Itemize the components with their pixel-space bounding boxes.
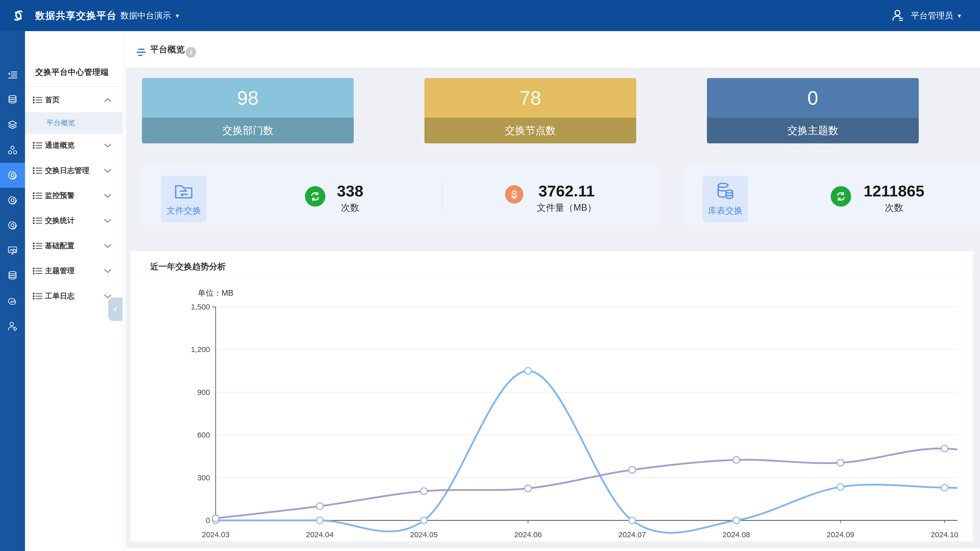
workspace-label: 数据中台演示 — [121, 11, 171, 20]
list-bullet-icon — [33, 267, 43, 275]
sidebar-panel: 交换平台中心管理端 首页 平台概览 通道概览 交换日志管理 监控预警 — [25, 31, 123, 551]
sidebar-scroll-strip[interactable] — [123, 31, 126, 551]
svg-text:单位：MB: 单位：MB — [198, 289, 234, 297]
stat-card-nodes: 78 交换节点数 — [425, 78, 636, 143]
monitor-gear-icon[interactable] — [0, 238, 25, 263]
stat-value: 78 — [425, 78, 636, 118]
file-exchange-tile[interactable]: 文件交换 — [161, 176, 207, 222]
tile-label: 库表交换 — [703, 205, 748, 217]
stat-value: 0 — [707, 78, 919, 118]
sidebar-item-label: 通道概览 — [45, 140, 75, 151]
chevron-up-icon — [104, 98, 111, 102]
sidebar-item-workorder-log[interactable]: 工单日志 — [25, 284, 123, 308]
sidebar-item-label: 交换统计 — [45, 216, 75, 226]
svg-text:0: 0 — [206, 516, 210, 524]
sidebar-item-label: 基础配置 — [45, 241, 75, 251]
tile-label: 文件交换 — [161, 205, 207, 217]
sidebar-item-base-config[interactable]: 基础配置 — [25, 233, 123, 258]
stat-label: 交换部门数 — [142, 118, 354, 143]
sidebar-item-label: 首页 — [45, 95, 60, 105]
sidebar-item-monitor-warning[interactable]: 监控预警 — [25, 183, 123, 208]
stat-card-topics: 0 交换主题数 — [707, 78, 919, 143]
icon-rail: API — [0, 31, 25, 551]
sidebar-collapse-handle[interactable]: ‹ — [108, 297, 123, 321]
user-name: 平台管理员 — [911, 11, 953, 20]
page-title: 平台概览 — [150, 31, 185, 68]
sidebar-item-label: 工单日志 — [45, 291, 75, 301]
list-bullet-icon — [33, 192, 43, 200]
layers-icon[interactable] — [0, 112, 25, 137]
divider — [442, 181, 442, 210]
exchange-swirl-icon[interactable] — [0, 163, 25, 188]
table-exchange-panel: 库表交换 1211865 次数 — [684, 165, 980, 225]
svg-text:900: 900 — [197, 388, 210, 396]
metric-value: 1211865 — [864, 182, 924, 200]
info-icon[interactable]: i — [186, 47, 196, 58]
database-icon[interactable] — [0, 87, 25, 112]
metric-label: 次数 — [864, 202, 924, 214]
file-exchange-panel: 文件交换 338 次数 3762.11 文件量（MB） — [140, 165, 660, 225]
user-gear-icon[interactable] — [0, 314, 25, 339]
content-header — [126, 31, 980, 68]
svg-text:API: API — [10, 300, 15, 303]
metric-volume: 3762.11 文件量（MB） — [537, 182, 597, 214]
metric-value: 338 — [337, 182, 363, 200]
trend-line-chart: 03006009001,2001,500单位：MB2024.032024.042… — [130, 251, 973, 541]
workspace-dropdown[interactable]: 数据中台演示▼ — [121, 0, 180, 31]
metric-label: 文件量（MB） — [537, 202, 597, 214]
list-bullet-icon — [33, 167, 43, 175]
svg-text:600: 600 — [197, 430, 210, 439]
sidebar-item-label: 主题管理 — [45, 266, 75, 276]
stat-value: 98 — [142, 78, 354, 118]
chevron-down-icon — [104, 219, 111, 223]
sidebar-subitem-platform-overview[interactable]: 平台概览 — [25, 112, 123, 134]
svg-text:2024.07: 2024.07 — [618, 530, 646, 539]
trend-chart-card: 近一年交换趋势分析 03006009001,2001,500单位：MB2024.… — [130, 251, 973, 541]
user-icon — [891, 9, 904, 22]
sidebar-item-label: 交换日志管理 — [45, 165, 89, 176]
divider — [25, 86, 123, 87]
exchange-swirl-icon[interactable] — [0, 188, 25, 213]
sidebar-subitem-label: 平台概览 — [46, 118, 75, 128]
top-header: 数据共享交换平台 数据中台演示▼ 平台管理员▼ — [0, 0, 980, 31]
exchange-refresh-icon — [305, 186, 325, 206]
data-volume-icon — [505, 185, 523, 203]
metric-count: 338 次数 — [337, 182, 363, 214]
chevron-down-icon — [104, 168, 111, 173]
chevron-down-icon — [104, 194, 111, 198]
table-exchange-tile[interactable]: 库表交换 — [703, 176, 748, 222]
svg-text:2024.05: 2024.05 — [410, 530, 438, 539]
svg-text:2024.06: 2024.06 — [514, 530, 542, 539]
database-table-icon — [714, 181, 736, 202]
exchange-refresh-icon — [831, 186, 851, 206]
svg-text:2024.09: 2024.09 — [827, 530, 854, 539]
exchange-swirl-icon[interactable] — [0, 213, 25, 238]
header-divider — [113, 8, 113, 23]
user-menu[interactable]: 平台管理员▼ — [891, 0, 962, 31]
api-icon[interactable]: API — [0, 289, 25, 313]
sidebar-item-exchange-log[interactable]: 交换日志管理 — [25, 159, 123, 183]
database-icon[interactable] — [0, 263, 25, 288]
list-bullet-icon — [33, 292, 43, 300]
logo-icon — [9, 6, 27, 25]
svg-text:2024.03: 2024.03 — [202, 530, 229, 539]
sidebar-item-home[interactable]: 首页 — [25, 88, 123, 112]
chevron-down-icon — [104, 269, 111, 273]
list-bullet-icon — [33, 141, 43, 149]
hexagon-cluster-icon[interactable] — [0, 138, 25, 163]
stat-label: 交换主题数 — [707, 118, 919, 143]
metric-count: 1211865 次数 — [864, 182, 924, 214]
stat-card-departments: 98 交换部门数 — [142, 78, 354, 143]
file-exchange-icon — [173, 181, 194, 202]
svg-text:300: 300 — [197, 473, 210, 482]
metric-label: 次数 — [337, 202, 363, 214]
chevron-down-icon — [104, 244, 111, 248]
sidebar-item-channel-overview[interactable]: 通道概览 — [25, 133, 123, 158]
sidebar-toggle-icon[interactable] — [0, 62, 25, 87]
chevron-left-icon: ‹ — [114, 302, 118, 315]
svg-text:1,200: 1,200 — [191, 345, 210, 354]
sidebar-item-topic-management[interactable]: 主题管理 — [25, 259, 123, 283]
overview-lines-icon — [136, 47, 146, 57]
sidebar-item-exchange-stats[interactable]: 交换统计 — [25, 208, 123, 233]
chevron-down-icon — [104, 294, 111, 299]
